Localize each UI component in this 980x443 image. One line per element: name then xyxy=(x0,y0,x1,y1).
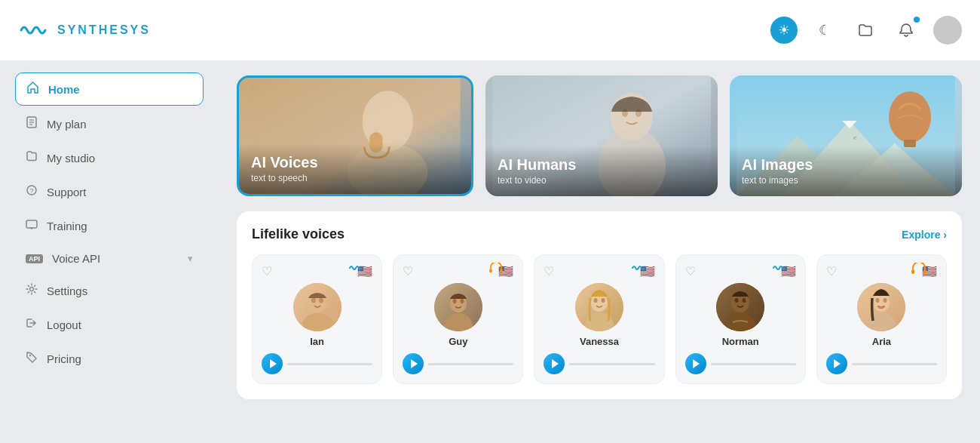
voices-section-title: Lifelike voices xyxy=(252,226,345,242)
user-avatar[interactable] xyxy=(933,16,962,45)
vanessa-name: Vanessa xyxy=(580,336,619,347)
ian-wave-icon xyxy=(348,263,362,273)
logout-icon xyxy=(26,317,38,333)
svg-rect-38 xyxy=(490,269,493,272)
sidebar-item-support-label: Support xyxy=(47,186,193,198)
vanessa-play-button[interactable] xyxy=(544,353,565,374)
voice-card-guy: ♡ 🇺🇸 xyxy=(393,254,523,384)
guy-heart-icon[interactable]: ♡ xyxy=(403,264,413,278)
logo-icon xyxy=(18,18,50,42)
api-badge: API xyxy=(26,254,43,263)
settings-icon xyxy=(26,283,38,299)
svg-point-44 xyxy=(602,298,605,303)
voice-card-vanessa: ♡ 🇺🇸 xyxy=(534,254,664,384)
svg-rect-6 xyxy=(26,220,37,228)
feature-card-ai-voices[interactable]: AI Voices text to speech xyxy=(237,75,473,196)
ai-humans-title: AI Humans xyxy=(498,156,706,174)
theme-dark-button[interactable]: ☾ xyxy=(811,17,838,44)
guy-headphone-icon xyxy=(489,263,503,273)
sidebar-item-training-label: Training xyxy=(47,220,193,232)
sidebar-item-support[interactable]: ? Support xyxy=(15,177,204,208)
norman-play-triangle xyxy=(693,359,700,368)
home-icon xyxy=(26,81,39,97)
aria-play-button[interactable] xyxy=(826,353,847,374)
norman-heart-icon[interactable]: ♡ xyxy=(685,264,696,278)
vanessa-avatar xyxy=(575,283,623,331)
pricing-icon xyxy=(26,351,38,367)
svg-rect-56 xyxy=(923,269,926,274)
norman-name: Norman xyxy=(722,336,759,347)
feature-cards: AI Voices text to speech xyxy=(237,75,962,196)
aria-name: Aria xyxy=(872,336,891,347)
ai-voices-overlay: AI Voices text to speech xyxy=(239,143,471,194)
norman-avatar xyxy=(716,283,764,331)
norman-play-button[interactable] xyxy=(685,353,706,374)
sidebar-item-mystudio-label: My studio xyxy=(47,152,193,165)
myplan-icon xyxy=(26,116,38,132)
sidebar-item-voiceapi[interactable]: API Voice API ▾ xyxy=(15,245,204,272)
vanessa-play-bar xyxy=(569,363,654,365)
ai-voices-subtitle: text to speech xyxy=(251,173,459,183)
support-icon: ? xyxy=(26,184,38,200)
header: SYNTHESYS ☀ ☾ xyxy=(0,0,980,60)
guy-play-triangle xyxy=(411,359,418,368)
theme-light-button[interactable]: ☀ xyxy=(770,17,798,44)
sidebar-item-training[interactable]: Training xyxy=(15,211,204,241)
aria-heart-icon[interactable]: ♡ xyxy=(826,264,837,278)
voice-card-norman: ♡ 🇺🇸 xyxy=(675,254,806,384)
ian-play-button[interactable] xyxy=(262,353,283,374)
sidebar-item-pricing[interactable]: Pricing xyxy=(15,343,204,374)
svg-point-48 xyxy=(735,298,739,303)
notification-button[interactable] xyxy=(893,17,920,44)
svg-point-51 xyxy=(873,294,890,312)
sidebar: Home My plan My studio xyxy=(0,60,219,443)
voices-header: Lifelike voices Explore › xyxy=(252,226,947,242)
ai-humans-overlay: AI Humans text to video xyxy=(485,146,718,196)
ai-voices-title: AI Voices xyxy=(251,154,459,171)
feature-card-ai-images[interactable]: 𝒸 AI Images text to images xyxy=(730,75,962,196)
voice-card-aria: ♡ 🇺🇸 xyxy=(816,254,947,384)
header-actions: ☀ ☾ xyxy=(770,16,962,45)
content-area: AI Voices text to speech xyxy=(219,60,980,443)
feature-card-ai-humans[interactable]: AI Humans text to video xyxy=(485,75,718,196)
svg-point-32 xyxy=(319,298,323,303)
sidebar-item-pricing-label: Pricing xyxy=(47,352,193,365)
sidebar-item-settings[interactable]: Settings xyxy=(15,275,204,306)
guy-play-bar xyxy=(428,363,513,365)
aria-play xyxy=(826,353,937,374)
svg-point-25 xyxy=(889,91,931,143)
main-layout: Home My plan My studio xyxy=(0,60,980,443)
voices-section: Lifelike voices Explore › ♡ 🇺🇸 xyxy=(237,211,962,399)
aria-play-bar xyxy=(852,363,937,365)
vanessa-wave-icon xyxy=(631,263,645,273)
svg-point-54 xyxy=(884,298,887,303)
svg-point-53 xyxy=(876,298,880,303)
ai-images-title: AI Images xyxy=(742,156,950,174)
sidebar-item-home-label: Home xyxy=(48,83,192,96)
sidebar-item-myplan[interactable]: My plan xyxy=(15,109,204,140)
ian-heart-icon[interactable]: ♡ xyxy=(262,264,272,278)
mystudio-icon xyxy=(26,150,38,166)
ian-avatar xyxy=(293,283,341,331)
svg-point-10 xyxy=(29,355,31,356)
guy-play xyxy=(403,353,513,374)
svg-point-9 xyxy=(30,288,34,291)
sidebar-item-settings-label: Settings xyxy=(47,285,193,297)
explore-link[interactable]: Explore › xyxy=(902,229,947,241)
svg-point-37 xyxy=(460,299,464,303)
vanessa-play xyxy=(544,353,654,374)
logo: SYNTHESYS xyxy=(18,18,151,42)
ian-play xyxy=(262,353,372,374)
guy-play-button[interactable] xyxy=(403,353,424,374)
ian-play-bar xyxy=(287,363,372,365)
sidebar-item-home[interactable]: Home xyxy=(15,72,204,106)
training-icon xyxy=(26,218,38,234)
sidebar-item-mystudio[interactable]: My studio xyxy=(15,143,204,174)
sidebar-item-logout[interactable]: Logout xyxy=(15,309,204,340)
folder-button[interactable] xyxy=(852,17,879,44)
chevron-down-icon: ▾ xyxy=(188,253,193,264)
vanessa-heart-icon[interactable]: ♡ xyxy=(544,264,554,278)
ai-humans-subtitle: text to video xyxy=(498,175,706,186)
svg-point-36 xyxy=(452,299,456,303)
norman-play xyxy=(685,353,796,374)
